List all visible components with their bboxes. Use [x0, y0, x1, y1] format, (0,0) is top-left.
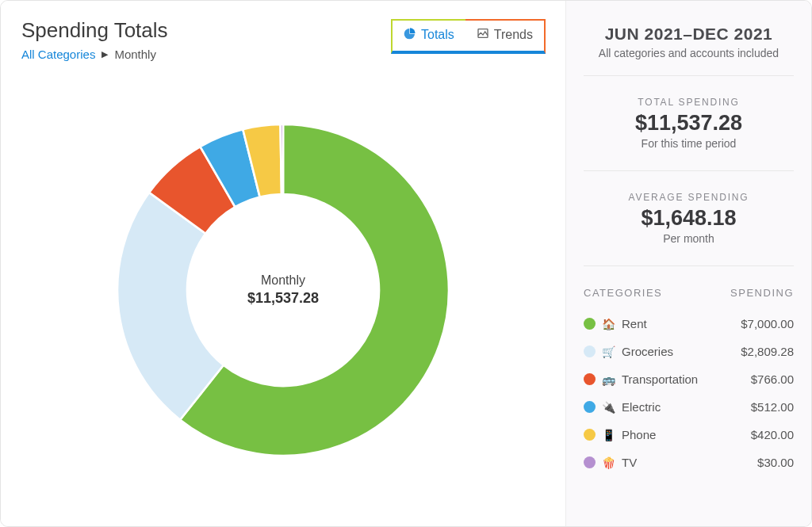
average-spending-value: $1,648.18 — [584, 206, 794, 231]
breadcrumb-current: Monthly — [114, 48, 156, 61]
donut-center: Monthly $11,537.28 — [247, 273, 319, 307]
total-spending-block: TOTAL SPENDING $11,537.28 For this time … — [584, 76, 794, 171]
total-spending-sub: For this time period — [584, 137, 794, 150]
category-emoji-icon: 📱 — [602, 429, 615, 441]
summary-sidebar: JUN 2021–DEC 2021 All categories and acc… — [565, 1, 811, 526]
main-panel: Spending Totals All Categories ▶ Monthly… — [1, 1, 565, 526]
category-amount: $512.00 — [751, 400, 794, 414]
category-swatch — [584, 429, 596, 441]
category-amount: $7,000.00 — [741, 317, 794, 330]
view-tabs: Totals Trends — [390, 18, 546, 55]
category-amount: $2,809.28 — [741, 345, 794, 358]
category-emoji-icon: 🍿 — [602, 456, 615, 469]
category-name: Rent — [622, 317, 647, 330]
pie-chart-icon — [404, 27, 416, 43]
category-swatch — [584, 318, 596, 330]
category-name: Transportation — [622, 372, 698, 386]
category-emoji-icon: 🔌 — [602, 401, 615, 414]
category-swatch — [584, 456, 596, 468]
tab-totals-label: Totals — [421, 28, 454, 42]
tab-trends-label: Trends — [494, 28, 533, 42]
category-swatch — [584, 346, 596, 357]
tab-totals[interactable]: Totals — [391, 19, 465, 54]
category-row[interactable]: 🔌 Electric $512.00 — [584, 393, 794, 421]
category-amount: $766.00 — [751, 372, 794, 386]
category-emoji-icon: 🛒 — [602, 346, 615, 358]
category-name: Electric — [622, 400, 661, 414]
app-frame: Spending Totals All Categories ▶ Monthly… — [0, 0, 812, 527]
donut-center-label: Monthly — [247, 273, 319, 288]
category-row[interactable]: 📱 Phone $420.00 — [584, 421, 794, 449]
category-name: TV — [622, 456, 637, 469]
breadcrumb-caret-icon: ▶ — [102, 49, 108, 59]
average-spending-label: AVERAGE SPENDING — [584, 192, 794, 203]
average-spending-sub: Per month — [584, 232, 794, 245]
category-swatch — [584, 401, 596, 413]
category-emoji-icon: 🏠 — [602, 318, 615, 330]
average-spending-block: AVERAGE SPENDING $1,648.18 Per month — [584, 171, 794, 266]
category-swatch — [584, 373, 596, 385]
total-spending-label: TOTAL SPENDING — [584, 97, 794, 108]
category-amount: $420.00 — [751, 428, 794, 441]
date-range: JUN 2021–DEC 2021 — [584, 25, 794, 44]
categories-list: 🏠 Rent $7,000.00 🛒 Groceries $2,809.28 🚌… — [584, 310, 794, 476]
category-row[interactable]: 🚌 Transportation $766.00 — [584, 365, 794, 393]
donut-chart[interactable]: Monthly $11,537.28 — [109, 116, 458, 464]
category-emoji-icon: 🚌 — [602, 373, 615, 386]
total-spending-value: $11,537.28 — [584, 111, 794, 136]
category-row[interactable]: 🏠 Rent $7,000.00 — [584, 310, 794, 338]
category-name: Phone — [622, 428, 656, 441]
date-range-subtitle: All categories and accounts included — [584, 47, 794, 59]
categories-header: CATEGORIES SPENDING — [584, 287, 794, 299]
date-range-block: JUN 2021–DEC 2021 All categories and acc… — [584, 25, 794, 76]
tab-trends[interactable]: Trends — [465, 19, 546, 54]
image-icon — [477, 27, 489, 43]
category-name: Groceries — [622, 345, 673, 358]
category-row[interactable]: 🍿 TV $30.00 — [584, 449, 794, 476]
donut-slice[interactable] — [281, 124, 283, 194]
category-row[interactable]: 🛒 Groceries $2,809.28 — [584, 338, 794, 365]
breadcrumb-link-all-categories[interactable]: All Categories — [21, 48, 95, 61]
categories-header-left: CATEGORIES — [584, 287, 662, 299]
category-amount: $30.00 — [757, 456, 794, 469]
categories-header-right: SPENDING — [730, 287, 794, 299]
donut-center-value: $11,537.28 — [247, 290, 319, 307]
